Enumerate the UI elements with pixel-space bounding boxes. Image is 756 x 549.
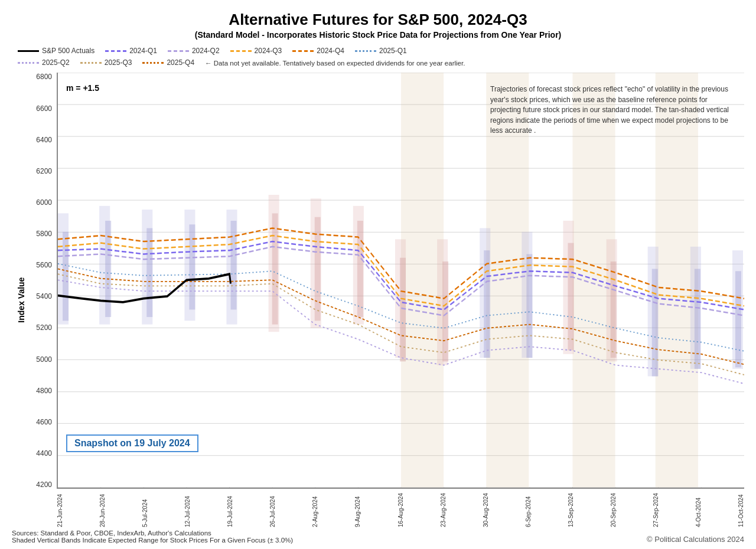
footer-copyright: © Political Calculations 2024 <box>647 535 744 544</box>
legend-2025q2: 2025-Q2 <box>18 57 70 68</box>
legend-line-2024q3 <box>230 50 252 52</box>
footer-sources: Sources: Standard & Poor, CBOE, IndexArb… <box>12 530 293 537</box>
svg-rect-45 <box>437 240 448 365</box>
y-tick-labels-container: 6800 6600 6400 6200 6000 5800 5600 5400 … <box>28 73 57 489</box>
legend-row-2: 2025-Q2 2025-Q3 2025-Q4 ← Data not yet a… <box>18 57 738 68</box>
svg-rect-43 <box>353 206 364 325</box>
svg-rect-48 <box>563 221 573 354</box>
legend-2024q4: 2024-Q4 <box>292 45 344 57</box>
x-label-6: 2-Aug-2024 <box>312 489 318 527</box>
legend-line-2025q4 <box>142 62 164 64</box>
y-tick-5200: 5200 <box>28 323 54 332</box>
svg-rect-37 <box>99 206 110 325</box>
legend-line-2025q1 <box>355 50 376 52</box>
y-tick-labels: 6800 6600 6400 6200 6000 5800 5600 5400 … <box>28 73 57 489</box>
x-label-5: 26-Jul-2024 <box>269 489 276 527</box>
svg-rect-49 <box>607 240 617 362</box>
y-tick-5600: 5600 <box>28 261 54 269</box>
y-tick-4600: 4600 <box>28 418 54 426</box>
annotation-box: Trajectories of forecast stock prices re… <box>490 84 738 136</box>
x-label-8: 16-Aug-2024 <box>397 489 404 527</box>
x-label-3: 12-Jul-2024 <box>184 489 191 527</box>
x-label-11: 6-Sep-2024 <box>525 489 532 527</box>
legend-2025q1: 2025-Q1 <box>355 45 407 57</box>
legend-label-2024q1: 2024-Q1 <box>129 45 157 57</box>
legend: S&P 500 Actuals 2024-Q1 2024-Q2 2024-Q3 … <box>12 43 744 71</box>
svg-rect-50 <box>648 247 659 377</box>
y-tick-6000: 6000 <box>28 198 54 207</box>
x-label-9: 23-Aug-2024 <box>440 489 447 527</box>
svg-rect-41 <box>269 195 279 332</box>
x-label-2: 5-Jul-2024 <box>142 489 148 527</box>
y-tick-4400: 4400 <box>28 449 54 458</box>
legend-note: ← Data not yet available. Tentatively ba… <box>205 58 465 68</box>
legend-line-2025q2 <box>18 62 39 64</box>
legend-label-2025q1: 2025-Q1 <box>379 45 407 57</box>
svg-rect-42 <box>311 199 321 329</box>
legend-note-text: ← Data not yet available. Tentatively ba… <box>205 58 465 68</box>
y-axis-label: Index Value <box>12 73 28 527</box>
footer: Sources: Standard & Poor, CBOE, IndexArb… <box>12 527 744 546</box>
y-tick-4800: 4800 <box>28 387 54 395</box>
legend-2024q1: 2024-Q1 <box>105 45 157 57</box>
legend-line-2024q2 <box>168 50 189 52</box>
chart-inner: 6800 6600 6400 6200 6000 5800 5600 5400 … <box>28 73 744 527</box>
svg-rect-40 <box>226 210 237 324</box>
legend-2024q3: 2024-Q3 <box>230 45 282 57</box>
legend-label-actuals: S&P 500 Actuals <box>42 45 94 57</box>
page-title: Alternative Futures for S&P 500, 2024-Q3 <box>12 11 744 29</box>
svg-rect-39 <box>184 210 195 321</box>
legend-label-2024q2: 2024-Q2 <box>192 45 220 57</box>
legend-line-2025q3 <box>80 62 102 64</box>
legend-line-actuals <box>18 50 39 52</box>
legend-actuals: S&P 500 Actuals <box>18 45 94 57</box>
legend-2025q3: 2025-Q3 <box>80 57 132 68</box>
x-label-1: 28-Jun-2024 <box>99 489 106 527</box>
x-label-0: 21-Jun-2024 <box>57 489 63 527</box>
legend-label-2025q3: 2025-Q3 <box>105 57 132 68</box>
legend-label-2025q4: 2025-Q4 <box>167 57 194 68</box>
legend-label-2024q4: 2024-Q4 <box>317 45 344 57</box>
y-tick-6200: 6200 <box>28 167 54 175</box>
legend-label-2025q2: 2025-Q2 <box>42 57 70 68</box>
legend-2024q2: 2024-Q2 <box>168 45 220 57</box>
svg-rect-46 <box>480 228 490 358</box>
x-axis-labels: 21-Jun-2024 28-Jun-2024 5-Jul-2024 12-Ju… <box>57 489 744 527</box>
chart-area: m = +1.5 Trajectories of forecast stock … <box>57 73 744 489</box>
chart-wrapper: Index Value 6800 6600 6400 6200 6000 580… <box>12 73 744 527</box>
x-label-10: 30-Aug-2024 <box>483 489 489 527</box>
y-tick-6400: 6400 <box>28 136 54 144</box>
y-tick-4200: 4200 <box>28 481 54 489</box>
chart-plot-area: 6800 6600 6400 6200 6000 5800 5600 5400 … <box>28 73 744 489</box>
x-label-4: 19-Jul-2024 <box>227 489 233 527</box>
x-label-13: 20-Sep-2024 <box>610 489 617 527</box>
legend-line-2024q1 <box>105 50 126 52</box>
svg-rect-47 <box>522 232 532 358</box>
y-tick-6800: 6800 <box>28 73 54 81</box>
footer-left: Sources: Standard & Poor, CBOE, IndexArb… <box>12 530 293 544</box>
y-tick-5800: 5800 <box>28 230 54 238</box>
snapshot-box: Snapshot on 19 July 2024 <box>66 434 198 452</box>
m-label: m = +1.5 <box>66 83 99 93</box>
y-tick-5000: 5000 <box>28 355 54 364</box>
x-label-14: 27-Sep-2024 <box>653 489 659 527</box>
legend-label-2024q3: 2024-Q3 <box>255 45 282 57</box>
x-label-7: 9-Aug-2024 <box>354 489 361 527</box>
legend-line-2024q4 <box>292 50 314 52</box>
y-tick-5400: 5400 <box>28 292 54 300</box>
x-axis-container: 21-Jun-2024 28-Jun-2024 5-Jul-2024 12-Ju… <box>57 489 744 527</box>
y-tick-6600: 6600 <box>28 104 54 113</box>
x-label-16: 11-Oct-2024 <box>738 489 744 527</box>
footer-bands-note: Shaded Vertical Bands Indicate Expected … <box>12 537 293 544</box>
svg-rect-38 <box>142 210 152 324</box>
legend-2025q4: 2025-Q4 <box>142 57 194 68</box>
legend-row-1: S&P 500 Actuals 2024-Q1 2024-Q2 2024-Q3 … <box>18 45 738 57</box>
page-subtitle: (Standard Model - Incorporates Historic … <box>12 30 744 40</box>
x-label-12: 13-Sep-2024 <box>568 489 574 527</box>
x-label-15: 4-Oct-2024 <box>695 489 702 527</box>
